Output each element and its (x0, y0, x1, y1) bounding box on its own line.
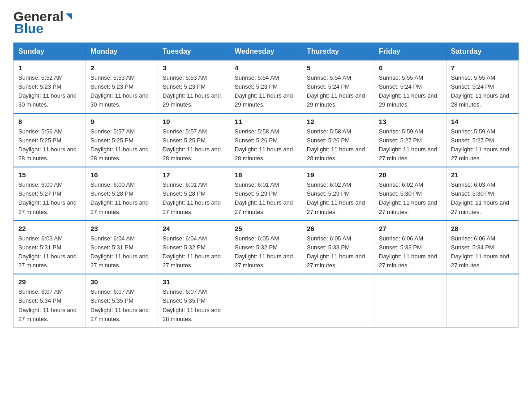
day-number: 3 (163, 64, 225, 72)
calendar-week-row: 8Sunrise: 5:56 AMSunset: 5:25 PMDaylight… (14, 114, 519, 167)
day-number: 13 (379, 118, 442, 125)
calendar-day-cell: 10Sunrise: 5:57 AMSunset: 5:25 PMDayligh… (158, 114, 230, 167)
day-info: Sunrise: 6:01 AMSunset: 5:29 PMDaylight:… (235, 180, 297, 217)
day-info: Sunrise: 5:54 AMSunset: 5:24 PMDaylight:… (307, 73, 369, 110)
calendar-week-row: 29Sunrise: 6:07 AMSunset: 5:34 PMDayligh… (14, 274, 519, 327)
calendar-day-cell: 31Sunrise: 6:07 AMSunset: 5:35 PMDayligh… (158, 274, 230, 327)
day-number: 6 (379, 64, 442, 72)
calendar-day-cell: 8Sunrise: 5:56 AMSunset: 5:25 PMDaylight… (14, 114, 86, 167)
calendar-day-cell: 9Sunrise: 5:57 AMSunset: 5:25 PMDaylight… (86, 114, 158, 167)
logo: General Blue (13, 9, 74, 35)
calendar-day-cell: 11Sunrise: 5:58 AMSunset: 5:26 PMDayligh… (230, 114, 302, 167)
day-number: 15 (18, 171, 81, 179)
calendar-day-cell (302, 274, 374, 327)
logo-blue: Blue (14, 22, 43, 35)
day-info: Sunrise: 5:59 AMSunset: 5:27 PMDaylight:… (451, 127, 514, 163)
day-info: Sunrise: 6:04 AMSunset: 5:32 PMDaylight:… (163, 234, 225, 270)
calendar-day-cell: 28Sunrise: 6:06 AMSunset: 5:34 PMDayligh… (446, 221, 519, 274)
day-info: Sunrise: 6:03 AMSunset: 5:30 PMDaylight:… (451, 180, 514, 217)
day-info: Sunrise: 5:58 AMSunset: 5:26 PMDaylight:… (235, 127, 297, 163)
day-number: 29 (18, 278, 81, 286)
day-info: Sunrise: 6:00 AMSunset: 5:27 PMDaylight:… (18, 180, 81, 217)
day-number: 12 (307, 118, 369, 125)
calendar-day-cell: 16Sunrise: 6:00 AMSunset: 5:28 PMDayligh… (86, 167, 158, 221)
calendar-day-cell: 22Sunrise: 6:03 AMSunset: 5:31 PMDayligh… (14, 221, 86, 274)
calendar-week-row: 22Sunrise: 6:03 AMSunset: 5:31 PMDayligh… (14, 221, 519, 274)
day-number: 4 (235, 64, 297, 72)
weekday-header-wednesday: Wednesday (230, 43, 302, 60)
day-number: 16 (90, 171, 153, 179)
calendar-day-cell: 4Sunrise: 5:54 AMSunset: 5:23 PMDaylight… (230, 60, 302, 114)
day-info: Sunrise: 6:02 AMSunset: 5:29 PMDaylight:… (307, 180, 369, 217)
day-info: Sunrise: 6:03 AMSunset: 5:31 PMDaylight:… (18, 234, 81, 270)
day-number: 23 (90, 225, 153, 232)
calendar-table: SundayMondayTuesdayWednesdayThursdayFrid… (13, 43, 519, 328)
day-number: 19 (307, 171, 369, 179)
weekday-header-thursday: Thursday (302, 43, 374, 60)
calendar-day-cell: 7Sunrise: 5:55 AMSunset: 5:24 PMDaylight… (446, 60, 519, 114)
svg-marker-0 (66, 13, 72, 20)
day-info: Sunrise: 5:53 AMSunset: 5:23 PMDaylight:… (90, 73, 153, 110)
day-info: Sunrise: 5:55 AMSunset: 5:24 PMDaylight:… (451, 73, 514, 110)
day-number: 1 (18, 64, 81, 72)
day-number: 22 (18, 225, 81, 232)
day-number: 30 (90, 278, 153, 286)
page-header: General Blue (13, 9, 519, 35)
day-info: Sunrise: 6:07 AMSunset: 5:34 PMDaylight:… (18, 287, 81, 324)
calendar-day-cell: 5Sunrise: 5:54 AMSunset: 5:24 PMDaylight… (302, 60, 374, 114)
calendar-day-cell: 14Sunrise: 5:59 AMSunset: 5:27 PMDayligh… (446, 114, 519, 167)
day-info: Sunrise: 5:54 AMSunset: 5:23 PMDaylight:… (235, 73, 297, 110)
day-number: 28 (451, 225, 514, 232)
calendar-day-cell: 12Sunrise: 5:58 AMSunset: 5:26 PMDayligh… (302, 114, 374, 167)
day-info: Sunrise: 5:55 AMSunset: 5:24 PMDaylight:… (379, 73, 442, 110)
weekday-header-row: SundayMondayTuesdayWednesdayThursdayFrid… (14, 43, 519, 60)
day-number: 9 (90, 118, 153, 125)
day-number: 18 (235, 171, 297, 179)
calendar-day-cell (374, 274, 446, 327)
day-info: Sunrise: 6:00 AMSunset: 5:28 PMDaylight:… (90, 180, 153, 217)
day-number: 14 (451, 118, 514, 125)
day-info: Sunrise: 5:52 AMSunset: 5:23 PMDaylight:… (18, 73, 81, 110)
calendar-day-cell (446, 274, 519, 327)
calendar-day-cell: 30Sunrise: 6:07 AMSunset: 5:35 PMDayligh… (86, 274, 158, 327)
day-number: 7 (451, 64, 514, 72)
calendar-day-cell: 29Sunrise: 6:07 AMSunset: 5:34 PMDayligh… (14, 274, 86, 327)
calendar-day-cell: 23Sunrise: 6:04 AMSunset: 5:31 PMDayligh… (86, 221, 158, 274)
calendar-day-cell: 17Sunrise: 6:01 AMSunset: 5:28 PMDayligh… (158, 167, 230, 221)
day-number: 11 (235, 118, 297, 125)
calendar-day-cell: 20Sunrise: 6:02 AMSunset: 5:30 PMDayligh… (374, 167, 446, 221)
day-info: Sunrise: 6:05 AMSunset: 5:32 PMDaylight:… (235, 234, 297, 270)
day-info: Sunrise: 5:57 AMSunset: 5:25 PMDaylight:… (163, 127, 225, 163)
calendar-day-cell: 21Sunrise: 6:03 AMSunset: 5:30 PMDayligh… (446, 167, 519, 221)
day-number: 20 (379, 171, 442, 179)
calendar-day-cell: 27Sunrise: 6:06 AMSunset: 5:33 PMDayligh… (374, 221, 446, 274)
day-number: 8 (18, 118, 81, 125)
calendar-day-cell: 19Sunrise: 6:02 AMSunset: 5:29 PMDayligh… (302, 167, 374, 221)
day-info: Sunrise: 6:06 AMSunset: 5:33 PMDaylight:… (379, 234, 442, 270)
calendar-day-cell: 13Sunrise: 5:59 AMSunset: 5:27 PMDayligh… (374, 114, 446, 167)
day-info: Sunrise: 5:57 AMSunset: 5:25 PMDaylight:… (90, 127, 153, 163)
calendar-day-cell: 25Sunrise: 6:05 AMSunset: 5:32 PMDayligh… (230, 221, 302, 274)
day-number: 31 (163, 278, 225, 286)
calendar-day-cell (230, 274, 302, 327)
calendar-day-cell: 18Sunrise: 6:01 AMSunset: 5:29 PMDayligh… (230, 167, 302, 221)
calendar-day-cell: 6Sunrise: 5:55 AMSunset: 5:24 PMDaylight… (374, 60, 446, 114)
calendar-day-cell: 2Sunrise: 5:53 AMSunset: 5:23 PMDaylight… (86, 60, 158, 114)
day-info: Sunrise: 5:58 AMSunset: 5:26 PMDaylight:… (307, 127, 369, 163)
weekday-header-friday: Friday (374, 43, 446, 60)
day-info: Sunrise: 6:07 AMSunset: 5:35 PMDaylight:… (90, 287, 153, 324)
day-number: 21 (451, 171, 514, 179)
day-info: Sunrise: 6:01 AMSunset: 5:28 PMDaylight:… (163, 180, 225, 217)
day-number: 27 (379, 225, 442, 232)
day-info: Sunrise: 6:06 AMSunset: 5:34 PMDaylight:… (451, 234, 514, 270)
day-number: 2 (90, 64, 153, 72)
day-number: 10 (163, 118, 225, 125)
day-info: Sunrise: 5:59 AMSunset: 5:27 PMDaylight:… (379, 127, 442, 163)
day-info: Sunrise: 5:53 AMSunset: 5:23 PMDaylight:… (163, 73, 225, 110)
day-number: 5 (307, 64, 369, 72)
calendar-day-cell: 26Sunrise: 6:05 AMSunset: 5:33 PMDayligh… (302, 221, 374, 274)
weekday-header-saturday: Saturday (446, 43, 519, 60)
day-number: 25 (235, 225, 297, 232)
calendar-day-cell: 3Sunrise: 5:53 AMSunset: 5:23 PMDaylight… (158, 60, 230, 114)
day-info: Sunrise: 6:07 AMSunset: 5:35 PMDaylight:… (163, 287, 225, 324)
